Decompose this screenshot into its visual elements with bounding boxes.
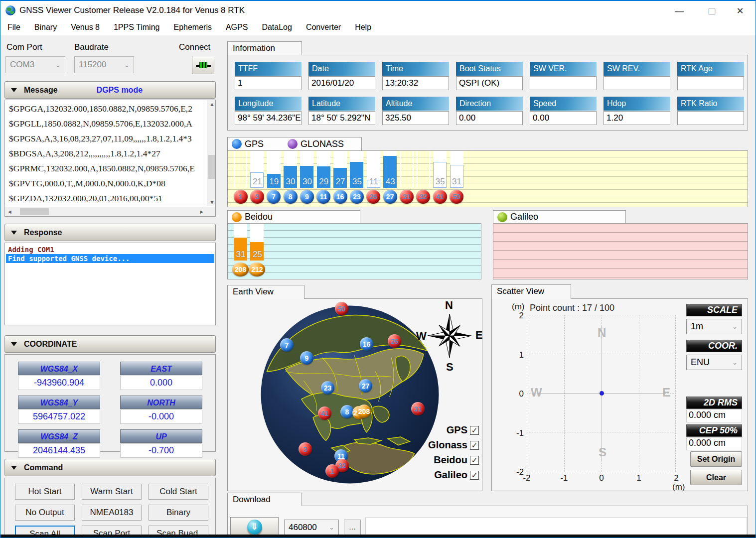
connector-plug-icon — [196, 62, 211, 68]
menu-item-ephemeris[interactable]: Ephemeris — [173, 23, 211, 32]
coordinate-field: UP-0.700 — [120, 429, 202, 458]
close-button[interactable]: ✕ — [729, 4, 752, 18]
scroll-right-icon[interactable]: ► — [199, 209, 204, 215]
download-baudrate-select[interactable]: 460800⌄ — [284, 520, 339, 535]
checkbox-galileo[interactable]: ✓ — [470, 471, 479, 480]
menu-item-1pps-timing[interactable]: 1PPS Timing — [114, 23, 159, 32]
tab-information[interactable]: Information — [227, 41, 302, 55]
info-field: SW VER. — [530, 62, 597, 90]
menu-item-binary[interactable]: Binary — [34, 23, 57, 32]
menu-item-converter[interactable]: Converter — [306, 23, 341, 32]
maximize-button[interactable]: ▢ — [700, 4, 723, 18]
scrollbar-thumb[interactable] — [208, 155, 215, 179]
checkbox-row-galileo: Galileo✓ — [434, 469, 479, 481]
download-path-field[interactable] — [365, 517, 747, 537]
connect-button[interactable] — [192, 56, 214, 74]
info-value — [604, 76, 670, 90]
checkbox-gps[interactable]: ✓ — [470, 426, 479, 435]
com-port-select[interactable]: COM3⌄ — [5, 56, 65, 73]
info-value: 1 — [235, 76, 302, 90]
x-tick-label: 0 — [596, 473, 607, 483]
binary-button[interactable]: Binary — [149, 505, 208, 521]
scatter-origin-point — [600, 391, 604, 396]
signal-value: 30 — [298, 177, 316, 187]
cold-start-button[interactable]: Cold Start — [149, 484, 208, 500]
menu-item-venus-8[interactable]: Venus 8 — [71, 23, 100, 32]
tab-scatter-view[interactable]: Scatter View — [491, 284, 571, 299]
response-section-header[interactable]: Response — [4, 224, 216, 241]
galileo-legend-icon — [497, 212, 507, 222]
collapse-triangle-icon — [11, 231, 17, 235]
info-field: Date2016/01/20 — [308, 62, 375, 90]
checkbox-beidou[interactable]: ✓ — [470, 456, 479, 465]
satellite-slot: 213 — [250, 151, 264, 207]
baudrate-select[interactable]: 115200⌄ — [74, 56, 134, 73]
x-tick-label: -2 — [521, 473, 533, 483]
baudrate-label: Baudrate — [74, 42, 109, 52]
set-origin-button[interactable]: Set Origin — [690, 451, 742, 467]
compass-north-label: N — [445, 299, 453, 312]
plot-east-label: E — [662, 386, 670, 400]
signal-value: 35 — [431, 177, 449, 187]
earth-satellite-ball: 41 — [318, 406, 331, 420]
checkbox-glonass[interactable]: ✓ — [470, 441, 479, 450]
info-value: 2016/01/20 — [308, 76, 375, 90]
app-globe-icon — [5, 5, 15, 15]
message-section-header[interactable]: Message DGPS mode — [4, 81, 216, 99]
warm-start-button[interactable]: Warm Start — [82, 484, 142, 500]
info-value — [530, 76, 597, 90]
plot-south-label: S — [599, 445, 606, 459]
coordinate-section-header[interactable]: COORDINATE — [4, 335, 216, 353]
satellite-slot: 25212 — [250, 224, 264, 279]
menu-item-agps[interactable]: AGPS — [226, 23, 248, 32]
info-label: TTFF — [235, 62, 302, 76]
clear-button[interactable]: Clear — [690, 470, 742, 485]
tab-download[interactable]: Download — [227, 493, 302, 506]
menu-item-file[interactable]: File — [7, 23, 20, 32]
checkbox-row-gps: GPS✓ — [447, 424, 479, 436]
scroll-left-icon[interactable]: ◄ — [7, 209, 12, 215]
scroll-up-icon[interactable]: ▲ — [209, 101, 215, 107]
info-field: Boot StatusQSPI (OK) — [456, 62, 523, 90]
hot-start-button[interactable]: Hot Start — [15, 484, 75, 500]
coor-select[interactable]: ENU⌄ — [686, 355, 742, 370]
satellite-slot: 4327 — [383, 151, 397, 207]
coordinate-field: WGS84_X-943960.904 — [18, 362, 100, 390]
menu-item-help[interactable]: Help — [355, 23, 371, 32]
coor-header: COOR. — [686, 340, 742, 352]
scrollbar-thumb[interactable] — [20, 208, 49, 215]
info-value: 98° 59' 34.236"E — [235, 111, 302, 125]
browse-button[interactable]: ... — [344, 520, 361, 535]
glonass-legend-label: GLONASS — [301, 139, 344, 149]
scroll-down-icon[interactable]: ▼ — [209, 199, 215, 205]
info-field: Longitude98° 59' 34.236"E — [235, 97, 302, 125]
compass-west-label: W — [416, 330, 427, 343]
response-title: Response — [24, 228, 62, 237]
tab-earth-view[interactable]: Earth View — [227, 285, 304, 299]
gps-legend-icon — [232, 139, 242, 149]
coordinate-value: 5964757.022 — [18, 409, 100, 424]
earth-satellite-ball: 208 — [357, 404, 371, 418]
download-button[interactable]: ⇓ — [230, 517, 279, 537]
response-list[interactable]: Adding COM1Find supported GNSS device... — [4, 243, 216, 325]
menu-item-datalog[interactable]: DataLog — [262, 23, 292, 32]
scale-select[interactable]: 1m⌄ — [686, 319, 742, 334]
response-line[interactable]: Find supported GNSS device... — [6, 254, 214, 263]
command-section-header[interactable]: Command — [4, 459, 216, 476]
no-output-button[interactable]: No Output — [15, 505, 75, 521]
response-line[interactable]: Adding COM1 — [6, 245, 214, 254]
compass-rose-icon — [424, 310, 475, 362]
horizontal-scrollbar[interactable]: ◄ ► — [5, 207, 215, 216]
vertical-scrollbar[interactable]: ▲ ▼ — [207, 100, 215, 206]
download-baudrate-value: 460800 — [289, 523, 317, 533]
info-label: Direction — [456, 97, 523, 111]
galileo-legend: Galileo — [493, 210, 626, 224]
minimize-button[interactable]: — — [668, 4, 691, 18]
message-list[interactable]: $GPGGA,132032.000,1850.0882,N,09859.5706… — [4, 100, 216, 217]
satellite-slot: 32 — [417, 151, 430, 207]
nmea0183-button[interactable]: NMEA0183 — [82, 505, 142, 521]
satellite-slot: 308 — [284, 151, 297, 207]
collapse-triangle-icon — [11, 466, 17, 470]
signal-value: 31 — [448, 177, 466, 187]
coordinate-label: UP — [120, 429, 202, 443]
